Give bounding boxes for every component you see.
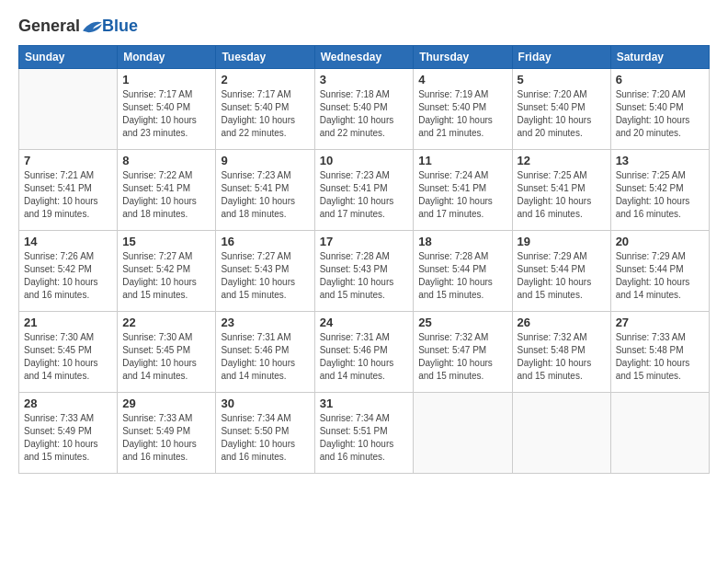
- day-info: Sunrise: 7:34 AMSunset: 5:51 PMDaylight:…: [320, 412, 409, 464]
- week-row-1: 7Sunrise: 7:21 AMSunset: 5:41 PMDaylight…: [19, 150, 710, 231]
- weekday-wednesday: Wednesday: [314, 46, 414, 69]
- day-number: 13: [616, 154, 704, 167]
- day-number: 6: [616, 73, 704, 86]
- day-cell: 20Sunrise: 7:29 AMSunset: 5:44 PMDayligh…: [610, 231, 709, 312]
- day-cell: 7Sunrise: 7:21 AMSunset: 5:41 PMDaylight…: [19, 150, 118, 231]
- day-number: 22: [122, 316, 210, 329]
- day-number: 20: [616, 235, 704, 248]
- logo-blue: Blue: [102, 17, 138, 36]
- day-number: 8: [122, 154, 210, 167]
- day-number: 2: [221, 73, 309, 86]
- day-cell: 24Sunrise: 7:31 AMSunset: 5:46 PMDayligh…: [314, 312, 414, 393]
- day-number: 21: [24, 316, 112, 329]
- day-info: Sunrise: 7:24 AMSunset: 5:41 PMDaylight:…: [418, 169, 506, 221]
- day-info: Sunrise: 7:23 AMSunset: 5:41 PMDaylight:…: [221, 169, 309, 221]
- day-cell: 29Sunrise: 7:33 AMSunset: 5:49 PMDayligh…: [118, 393, 216, 474]
- week-row-3: 21Sunrise: 7:30 AMSunset: 5:45 PMDayligh…: [19, 312, 710, 393]
- day-info: Sunrise: 7:34 AMSunset: 5:50 PMDaylight:…: [221, 412, 309, 464]
- day-cell: 27Sunrise: 7:33 AMSunset: 5:48 PMDayligh…: [610, 312, 709, 393]
- day-cell: 11Sunrise: 7:24 AMSunset: 5:41 PMDayligh…: [414, 150, 512, 231]
- weekday-tuesday: Tuesday: [216, 46, 314, 69]
- day-info: Sunrise: 7:33 AMSunset: 5:49 PMDaylight:…: [122, 412, 210, 464]
- day-info: Sunrise: 7:26 AMSunset: 5:42 PMDaylight:…: [24, 250, 112, 302]
- day-cell: 12Sunrise: 7:25 AMSunset: 5:41 PMDayligh…: [512, 150, 610, 231]
- week-row-0: 1Sunrise: 7:17 AMSunset: 5:40 PMDaylight…: [19, 69, 710, 150]
- day-number: 15: [122, 235, 210, 248]
- day-info: Sunrise: 7:27 AMSunset: 5:42 PMDaylight:…: [122, 250, 210, 302]
- day-info: Sunrise: 7:30 AMSunset: 5:45 PMDaylight:…: [24, 331, 112, 383]
- day-cell: 18Sunrise: 7:28 AMSunset: 5:44 PMDayligh…: [414, 231, 512, 312]
- day-number: 12: [518, 154, 606, 167]
- day-number: 26: [518, 316, 606, 329]
- day-number: 28: [24, 396, 112, 410]
- day-number: 1: [122, 73, 210, 86]
- weekday-sunday: Sunday: [19, 46, 118, 69]
- day-cell: 17Sunrise: 7:28 AMSunset: 5:43 PMDayligh…: [314, 231, 414, 312]
- day-cell: 5Sunrise: 7:20 AMSunset: 5:40 PMDaylight…: [512, 69, 610, 150]
- day-cell: 10Sunrise: 7:23 AMSunset: 5:41 PMDayligh…: [314, 150, 414, 231]
- day-info: Sunrise: 7:32 AMSunset: 5:48 PMDaylight:…: [518, 331, 606, 383]
- day-number: 17: [320, 235, 409, 248]
- day-info: Sunrise: 7:17 AMSunset: 5:40 PMDaylight:…: [122, 88, 210, 140]
- day-cell: 8Sunrise: 7:22 AMSunset: 5:41 PMDaylight…: [118, 150, 216, 231]
- day-info: Sunrise: 7:31 AMSunset: 5:46 PMDaylight:…: [221, 331, 309, 383]
- day-cell: [19, 69, 118, 150]
- page: GeneralBlue SundayMondayTuesdayWednesday…: [0, 0, 728, 563]
- day-info: Sunrise: 7:33 AMSunset: 5:48 PMDaylight:…: [616, 331, 704, 383]
- day-info: Sunrise: 7:30 AMSunset: 5:45 PMDaylight:…: [122, 331, 210, 383]
- weekday-friday: Friday: [512, 46, 610, 69]
- day-cell: [414, 393, 512, 474]
- day-cell: 25Sunrise: 7:32 AMSunset: 5:47 PMDayligh…: [414, 312, 512, 393]
- day-info: Sunrise: 7:33 AMSunset: 5:49 PMDaylight:…: [24, 412, 112, 464]
- day-number: 3: [320, 73, 409, 86]
- day-number: 14: [24, 235, 112, 248]
- header: GeneralBlue: [18, 17, 710, 36]
- day-info: Sunrise: 7:25 AMSunset: 5:41 PMDaylight:…: [518, 169, 606, 221]
- day-cell: 14Sunrise: 7:26 AMSunset: 5:42 PMDayligh…: [19, 231, 118, 312]
- day-info: Sunrise: 7:28 AMSunset: 5:44 PMDaylight:…: [418, 250, 506, 302]
- day-info: Sunrise: 7:20 AMSunset: 5:40 PMDaylight:…: [616, 88, 704, 140]
- day-info: Sunrise: 7:27 AMSunset: 5:43 PMDaylight:…: [221, 250, 309, 302]
- day-number: 27: [616, 316, 704, 329]
- day-number: 10: [320, 154, 409, 167]
- calendar: SundayMondayTuesdayWednesdayThursdayFrid…: [18, 45, 710, 474]
- day-info: Sunrise: 7:31 AMSunset: 5:46 PMDaylight:…: [320, 331, 409, 383]
- day-info: Sunrise: 7:29 AMSunset: 5:44 PMDaylight:…: [518, 250, 606, 302]
- day-cell: 22Sunrise: 7:30 AMSunset: 5:45 PMDayligh…: [118, 312, 216, 393]
- logo-general: General: [18, 17, 80, 36]
- day-number: 19: [518, 235, 606, 248]
- weekday-thursday: Thursday: [414, 46, 512, 69]
- day-info: Sunrise: 7:18 AMSunset: 5:40 PMDaylight:…: [320, 88, 409, 140]
- day-cell: [512, 393, 610, 474]
- day-cell: 4Sunrise: 7:19 AMSunset: 5:40 PMDaylight…: [414, 69, 512, 150]
- day-cell: 23Sunrise: 7:31 AMSunset: 5:46 PMDayligh…: [216, 312, 314, 393]
- day-cell: 19Sunrise: 7:29 AMSunset: 5:44 PMDayligh…: [512, 231, 610, 312]
- day-info: Sunrise: 7:23 AMSunset: 5:41 PMDaylight:…: [320, 169, 409, 221]
- logo-text: GeneralBlue: [18, 17, 138, 36]
- weekday-saturday: Saturday: [610, 46, 709, 69]
- day-info: Sunrise: 7:25 AMSunset: 5:42 PMDaylight:…: [616, 169, 704, 221]
- day-info: Sunrise: 7:21 AMSunset: 5:41 PMDaylight:…: [24, 169, 112, 221]
- day-number: 9: [221, 154, 309, 167]
- day-info: Sunrise: 7:32 AMSunset: 5:47 PMDaylight:…: [418, 331, 506, 383]
- day-number: 4: [418, 73, 506, 86]
- day-cell: 26Sunrise: 7:32 AMSunset: 5:48 PMDayligh…: [512, 312, 610, 393]
- day-cell: 30Sunrise: 7:34 AMSunset: 5:50 PMDayligh…: [216, 393, 314, 474]
- logo-bird-icon: [82, 18, 102, 35]
- day-info: Sunrise: 7:20 AMSunset: 5:40 PMDaylight:…: [518, 88, 606, 140]
- day-number: 16: [221, 235, 309, 248]
- day-info: Sunrise: 7:19 AMSunset: 5:40 PMDaylight:…: [418, 88, 506, 140]
- day-number: 18: [418, 235, 506, 248]
- day-cell: [610, 393, 709, 474]
- weekday-header-row: SundayMondayTuesdayWednesdayThursdayFrid…: [19, 46, 710, 69]
- day-number: 5: [518, 73, 606, 86]
- day-number: 7: [24, 154, 112, 167]
- day-cell: 2Sunrise: 7:17 AMSunset: 5:40 PMDaylight…: [216, 69, 314, 150]
- day-number: 11: [418, 154, 506, 167]
- day-cell: 6Sunrise: 7:20 AMSunset: 5:40 PMDaylight…: [610, 69, 709, 150]
- day-cell: 16Sunrise: 7:27 AMSunset: 5:43 PMDayligh…: [216, 231, 314, 312]
- day-info: Sunrise: 7:22 AMSunset: 5:41 PMDaylight:…: [122, 169, 210, 221]
- week-row-2: 14Sunrise: 7:26 AMSunset: 5:42 PMDayligh…: [19, 231, 710, 312]
- day-cell: 13Sunrise: 7:25 AMSunset: 5:42 PMDayligh…: [610, 150, 709, 231]
- day-number: 29: [122, 396, 210, 410]
